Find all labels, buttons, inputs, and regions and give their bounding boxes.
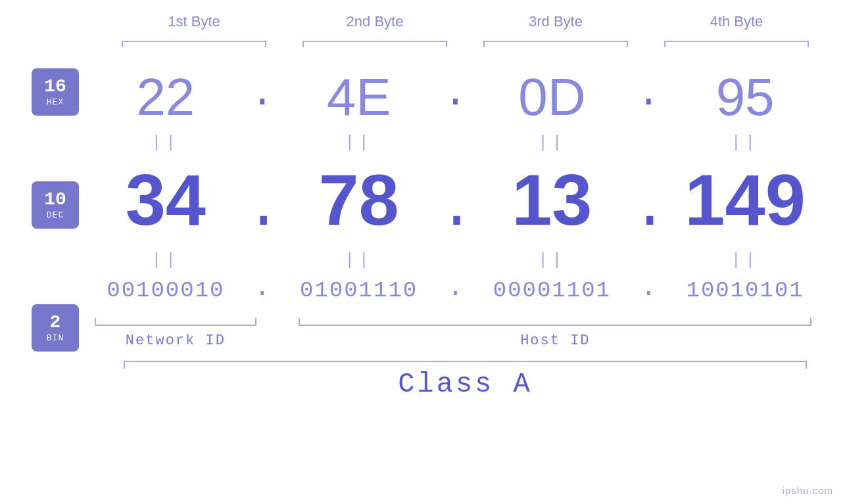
bin-dot-3: . — [632, 275, 665, 305]
dec-dot-1: . — [246, 179, 279, 245]
dec-dot-2: . — [439, 179, 472, 245]
dec-b3: 13 — [472, 158, 633, 241]
eq-8: || — [665, 245, 825, 275]
eq-6: || — [279, 245, 439, 275]
left-badges: 16 HEX 10 DEC 2 BIN — [0, 62, 85, 400]
hex-badge: 16 HEX — [32, 68, 79, 116]
bin-dot-1: . — [246, 275, 279, 305]
values-area: 22 . 4E . 0D . 95 || || — [85, 62, 845, 400]
host-id-line — [299, 313, 811, 326]
class-row: Class A — [85, 361, 845, 400]
byte2-header: 2nd Byte — [285, 13, 466, 35]
bin-row: 00100010 . 01001110 . 00001101 . 1001010… — [85, 275, 845, 305]
watermark: ipshu.com — [783, 485, 833, 496]
main-container: 1st Byte 2nd Byte 3rd Byte 4th Byte 16 H… — [0, 0, 845, 504]
bottom-brackets: Network ID Host ID — [85, 313, 845, 349]
bin-badge-num: 2 — [50, 313, 61, 333]
byte3-header: 3rd Byte — [466, 13, 646, 35]
bin-badge: 2 BIN — [32, 304, 79, 352]
bracket-3 — [466, 35, 646, 49]
eq-5: || — [85, 245, 246, 275]
hex-b1: 22 — [85, 67, 246, 127]
dec-b4: 149 — [665, 158, 825, 241]
network-id-label: Network ID — [126, 332, 226, 349]
hex-dot-1: . — [246, 74, 279, 120]
eq-3: || — [472, 127, 633, 158]
byte-headers: 1st Byte 2nd Byte 3rd Byte 4th Byte — [104, 13, 827, 35]
bin-badge-label: BIN — [47, 333, 64, 343]
eq-4: || — [665, 127, 825, 158]
hex-dot-3: . — [632, 74, 665, 120]
dec-row: 34 . 78 . 13 . 149 — [85, 158, 845, 245]
bin-b3: 00001101 — [472, 278, 633, 303]
dec-b2: 78 — [279, 158, 439, 241]
class-label: Class A — [398, 369, 532, 400]
dec-badge-num: 10 — [44, 190, 66, 210]
hex-b3: 0D — [472, 67, 633, 127]
eq-7: || — [472, 245, 633, 275]
dec-badge-label: DEC — [47, 210, 64, 220]
dec-badge: 10 DEC — [32, 181, 79, 229]
class-bracket-line — [124, 361, 808, 362]
hex-dot-2: . — [439, 74, 472, 120]
main-grid: 16 HEX 10 DEC 2 BIN 22 . 4E — [0, 62, 845, 400]
host-id-label: Host ID — [520, 332, 590, 349]
hex-row: 22 . 4E . 0D . 95 — [85, 67, 845, 127]
bracket-4 — [646, 35, 827, 49]
bracket-1 — [104, 35, 285, 49]
network-id-bracket: Network ID — [85, 313, 266, 349]
bin-b1: 00100010 — [85, 278, 246, 303]
host-id-bracket: Host ID — [285, 313, 825, 349]
eq-1: || — [85, 127, 246, 158]
bin-b2: 01001110 — [279, 278, 439, 303]
top-brackets — [104, 35, 827, 49]
network-id-line — [95, 313, 256, 326]
bin-b4: 10010101 — [665, 278, 825, 303]
bin-dot-2: . — [439, 275, 472, 305]
byte4-header: 4th Byte — [646, 13, 827, 35]
hex-badge-num: 16 — [44, 77, 66, 97]
dec-dot-3: . — [632, 179, 665, 245]
hex-badge-label: HEX — [47, 97, 64, 107]
eq-2: || — [279, 127, 439, 158]
hex-b4: 95 — [665, 67, 825, 127]
dec-b1: 34 — [85, 158, 246, 241]
byte1-header: 1st Byte — [104, 13, 285, 35]
equals-row-2: || || || || — [85, 245, 845, 275]
hex-b2: 4E — [279, 67, 439, 127]
bracket-2 — [285, 35, 466, 49]
equals-row-1: || || || || — [85, 127, 845, 158]
